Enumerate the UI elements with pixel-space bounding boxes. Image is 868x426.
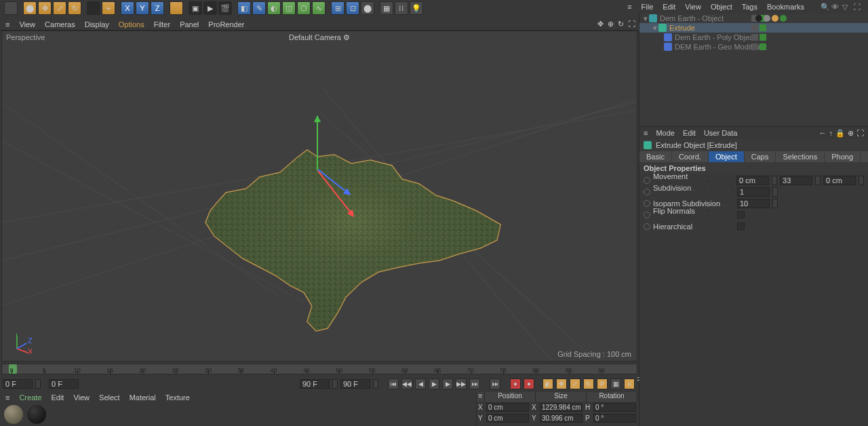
vp-icon2[interactable]: ⊕ — [608, 20, 614, 28]
max-icon[interactable]: ⛶ — [856, 129, 864, 138]
vp-cameras-menu[interactable]: Cameras — [45, 20, 75, 28]
visibility-toggle[interactable] — [751, 24, 758, 31]
mm-texture-menu[interactable]: Texture — [165, 393, 190, 402]
environment-btn[interactable]: ⊞ — [331, 1, 344, 15]
next-key-btn[interactable]: ▶▶ — [456, 379, 467, 389]
tree-row[interactable]: ▾ Extrude — [639, 23, 868, 33]
rot-key-btn[interactable]: ↻ — [583, 379, 594, 389]
anim-dot[interactable] — [644, 200, 650, 207]
play-btn[interactable]: ▶ — [429, 379, 439, 389]
rotate-btn[interactable]: ↻ — [68, 1, 81, 15]
spinner[interactable] — [772, 176, 777, 185]
viewport[interactable]: Perspective Default Camera ⚙ Grid Spacin… — [1, 31, 637, 362]
spinner[interactable] — [772, 187, 778, 197]
live-select-btn[interactable]: ⬤ — [23, 1, 37, 15]
timeline[interactable]: 051015202530354045505560657075808590 0 F — [1, 364, 637, 374]
light-btn[interactable]: ⬤ — [361, 1, 374, 15]
file-menu[interactable]: File — [642, 3, 654, 11]
tab-selections[interactable]: Selections — [776, 151, 825, 162]
tag-icon[interactable] — [780, 15, 787, 22]
rot-h-input[interactable] — [593, 403, 636, 412]
flipnormals-checkbox[interactable] — [737, 211, 745, 218]
visibility-toggle[interactable] — [751, 34, 758, 41]
subdivision-input[interactable] — [737, 187, 770, 197]
y-axis-handle[interactable] — [317, 116, 318, 170]
goto-end-btn[interactable]: ⏭ — [469, 379, 480, 389]
start-frame-input[interactable] — [49, 379, 79, 389]
generator3-btn[interactable]: ⬡ — [297, 1, 311, 15]
movement-y-input[interactable] — [780, 176, 812, 185]
material-1[interactable] — [4, 405, 23, 424]
end-frame-input[interactable] — [340, 379, 370, 389]
recent-tool-btn[interactable] — [87, 1, 100, 15]
tag-icon[interactable] — [764, 15, 770, 22]
create-menu[interactable]: Create — [19, 393, 41, 402]
vp-prorender-menu[interactable]: ProRender — [208, 20, 244, 28]
scale-key-btn[interactable]: ⤢ — [570, 379, 580, 389]
expand-icon[interactable]: ▾ — [644, 14, 648, 23]
goto-next-btn[interactable]: ⏭ — [490, 379, 500, 389]
menu-icon[interactable]: ≡ — [627, 3, 631, 11]
vp-display-menu[interactable]: Display — [85, 20, 109, 28]
eye-icon[interactable]: 👁 — [831, 3, 840, 11]
add-btn[interactable]: + — [102, 1, 115, 15]
isoparm-input[interactable] — [737, 199, 770, 208]
scale-btn[interactable]: ⤢ — [53, 1, 66, 15]
coord-sys-btn[interactable] — [170, 1, 183, 15]
tree-row[interactable]: ▾ Dem Earth - Object — [639, 14, 868, 23]
spinner[interactable] — [772, 199, 778, 208]
y-axis-btn[interactable]: Y — [136, 1, 149, 15]
edit-menu[interactable]: Edit — [663, 3, 675, 11]
vp-icon3[interactable]: ↻ — [618, 20, 624, 28]
generator-btn[interactable]: ◐ — [267, 1, 281, 15]
record-btn[interactable]: ● — [510, 379, 521, 389]
spinner[interactable] — [373, 379, 378, 389]
spinner[interactable] — [859, 176, 864, 185]
pos-x-input[interactable] — [486, 403, 529, 412]
attr-userdata-menu[interactable]: User Data — [704, 129, 738, 137]
visibility-toggle[interactable] — [751, 43, 758, 50]
render-view-btn[interactable]: ▣ — [189, 1, 202, 15]
tab-basic[interactable]: Basic — [639, 151, 672, 162]
tags-menu[interactable]: Tags — [742, 3, 757, 11]
mm-hamburger-icon[interactable]: ≡ — [5, 393, 9, 402]
up-icon[interactable]: ↑ — [829, 129, 833, 138]
attr-hamburger-icon[interactable]: ≡ — [644, 129, 648, 137]
tag-icon[interactable] — [755, 15, 762, 22]
attr-mode-menu[interactable]: Mode — [656, 129, 675, 137]
mm-material-menu[interactable]: Material — [130, 393, 156, 402]
coord-menu-icon[interactable]: ≡ — [477, 392, 485, 402]
hamburger-icon[interactable]: ≡ — [5, 20, 9, 28]
cube-btn[interactable]: ◧ — [237, 1, 251, 15]
tree-row[interactable]: DEM Earth - Geo Modifier — [639, 42, 868, 52]
camera-btn[interactable]: ⊡ — [346, 1, 359, 15]
mm-edit-menu[interactable]: Edit — [51, 393, 64, 402]
grid-key-btn[interactable]: ▦ — [610, 379, 621, 389]
anim-dot[interactable] — [644, 223, 650, 230]
bulb-btn[interactable]: 💡 — [410, 1, 423, 15]
settings-btn[interactable]: ⁞⁞ — [395, 1, 408, 15]
spinner[interactable] — [35, 379, 41, 389]
generator2-btn[interactable]: ◫ — [282, 1, 296, 15]
anim-dot[interactable] — [644, 189, 650, 195]
deformer-btn[interactable]: ∿ — [312, 1, 326, 15]
vp-panel-menu[interactable]: Panel — [180, 20, 199, 28]
camera-link-icon[interactable]: ⚙ — [343, 33, 350, 41]
tab-phong[interactable]: Phong — [825, 151, 861, 162]
vp-view-menu[interactable]: View — [19, 20, 35, 28]
filter-icon[interactable]: ▽ — [842, 3, 850, 11]
movement-x-input[interactable] — [736, 176, 769, 185]
tag-icon[interactable] — [772, 15, 778, 22]
next-frame-btn[interactable]: ▶ — [442, 379, 453, 389]
render-toggle[interactable] — [760, 43, 766, 50]
anim-layer-btn[interactable]: ≡ — [624, 379, 635, 389]
vp-options-menu[interactable]: Options — [119, 20, 144, 28]
anim-dot[interactable] — [644, 212, 650, 218]
material-2[interactable] — [27, 405, 46, 424]
size-y-input[interactable] — [540, 414, 583, 423]
undo-btn[interactable] — [4, 1, 18, 15]
param-key-btn[interactable]: P — [597, 379, 608, 389]
render-settings-btn[interactable]: 🎬 — [218, 1, 232, 15]
lock-icon[interactable]: 🔒 — [835, 129, 845, 138]
spinner[interactable] — [332, 379, 338, 389]
